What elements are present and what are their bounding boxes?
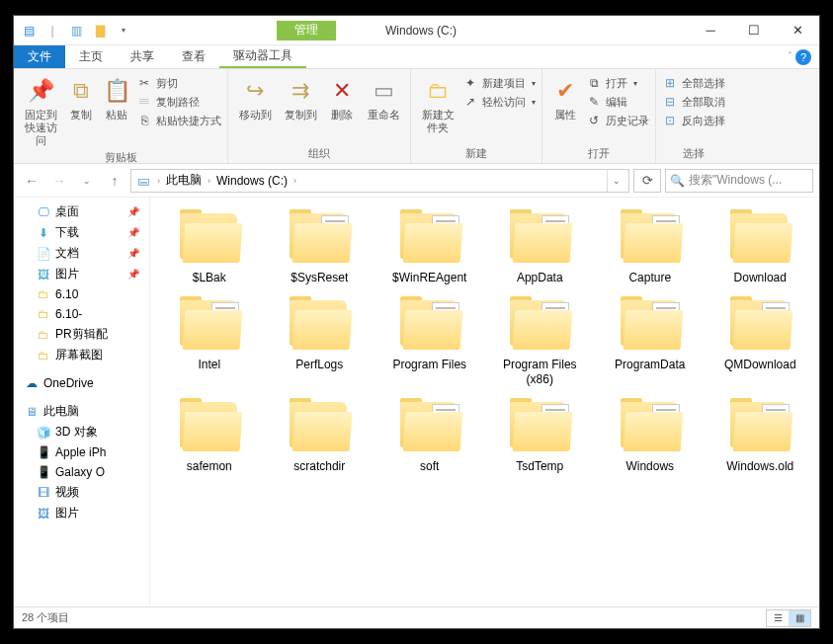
app-icon[interactable]: ▤ [18,20,40,41]
minimize-button[interactable]: ─ [689,17,732,44]
recent-dropdown[interactable]: ⌄ [75,169,99,193]
properties-button[interactable]: ✔属性 [548,73,582,121]
tab-file[interactable]: 文件 [14,45,65,68]
icons-view-button[interactable]: ▦ [789,610,810,626]
folder-item[interactable]: Program Files [375,292,485,390]
folder-icon: 🗀 [422,75,454,107]
folder-label: Download [734,271,787,284]
folder-item[interactable]: $WinREAgent [375,205,485,288]
folder-item[interactable]: Capture [595,205,706,288]
sidebar[interactable]: 🖵桌面📌⬇下载📌📄文档📌🖼图片📌🗀6.10🗀6.10-🗀PR剪辑配🗀屏幕截图☁O… [14,198,150,606]
copy-button[interactable]: ⧉ 复制 [65,73,97,121]
new-item-button[interactable]: ✦新建项目▾ [462,75,536,91]
move-to-button[interactable]: ↪移动到 [234,73,276,121]
sidebar-item[interactable]: 🗀6.10 [14,284,149,304]
invert-selection-button[interactable]: ⊡反向选择 [662,113,725,128]
sidebar-item[interactable]: 📄文档📌 [14,243,149,264]
qat-dropdown-icon[interactable]: ▾ [113,20,134,41]
folder-item[interactable]: safemon [154,394,265,477]
address-bar[interactable]: 🖴 › 此电脑 › Windows (C:) › ⌄ [130,169,629,193]
desktop-icon: 🖵 [36,204,51,220]
sidebar-item-label: 图片 [55,505,79,522]
refresh-button[interactable]: ⟳ [633,169,661,193]
select-none-button[interactable]: ⊟全部取消 [662,94,725,110]
sidebar-item[interactable]: 🎞视频 [14,482,149,503]
easy-access-button[interactable]: ↗轻松访问▾ [462,94,536,110]
folder-item[interactable]: soft [375,394,485,477]
details-view-button[interactable]: ☰ [767,610,789,626]
sidebar-item[interactable]: 📱Apple iPh [14,443,149,462]
contextual-tab[interactable]: 管理 [277,21,336,40]
rename-icon: ▭ [368,75,399,107]
sidebar-item[interactable]: 📱Galaxy O [14,462,149,482]
search-input[interactable]: 🔍 搜索"Windows (... [665,169,813,193]
cut-button[interactable]: ✂剪切 [136,75,221,91]
folder-item[interactable]: $SysReset [265,205,375,288]
sidebar-item[interactable]: 🖼图片📌 [14,264,149,284]
folder-item[interactable]: Program Files (x86) [485,292,596,390]
maximize-button[interactable]: ☐ [732,17,776,44]
forward-button[interactable]: → [47,169,71,193]
explorer-window: ▤ | ▥ ▇ ▾ 管理 Windows (C:) ─ ☐ ✕ 文件 主页 共享… [13,15,820,629]
new-folder-button[interactable]: 🗀新建文件夹 [417,73,458,134]
sidebar-item[interactable]: ⬇下载📌 [14,222,149,243]
rename-button[interactable]: ▭重命名 [363,73,404,121]
tab-share[interactable]: 共享 [117,45,168,68]
content-pane[interactable]: $LBak $SysReset $WinREAgent AppData Capt… [150,198,819,606]
chevron-right-icon[interactable]: › [204,176,214,186]
qat-properties-icon[interactable]: ▥ [65,20,87,41]
sidebar-item[interactable]: 🗀屏幕截图 [14,345,149,365]
folder-item[interactable]: Intel [154,292,265,390]
pin-quick-access-button[interactable]: 📌 固定到快速访问 [20,73,61,148]
back-button[interactable]: ← [20,169,43,193]
delete-button[interactable]: ✕删除 [325,73,359,121]
ribbon-toggle-icon[interactable]: ˇ [789,51,791,62]
sidebar-item-label: 6.10- [55,307,82,321]
up-button[interactable]: ↑ [103,169,126,193]
check-icon: ✔ [549,75,581,107]
sidebar-item-label: 图片 [55,266,79,282]
copy-to-button[interactable]: ⇉复制到 [280,73,321,121]
sidebar-item[interactable]: 🗀PR剪辑配 [14,324,149,345]
help-icon[interactable]: ? [795,49,811,65]
sidebar-this-pc[interactable]: 🖥此电脑 [14,401,149,422]
paste-button[interactable]: 📋 粘贴 [101,73,132,121]
folder-item[interactable]: QMDownload [706,292,816,390]
select-all-button[interactable]: ⊞全部选择 [662,75,725,91]
chevron-right-icon[interactable]: › [153,176,164,186]
folder-label: $LBak [193,271,226,284]
history-button[interactable]: ↺历史记录 [586,113,649,128]
breadcrumb-this-pc[interactable]: 此电脑 [166,172,202,189]
sidebar-item[interactable]: 🗀6.10- [14,304,149,324]
copy-path-button[interactable]: 𝄘复制路径 [136,94,221,110]
folder-item[interactable]: $LBak [154,205,265,288]
clipboard-group-label: 剪贴板 [20,148,221,165]
address-dropdown-icon[interactable]: ⌄ [607,170,625,192]
folder-icon [504,209,575,265]
edit-button[interactable]: ✎编辑 [586,94,649,110]
folder-item[interactable]: ProgramData [595,292,706,390]
breadcrumb-drive[interactable]: Windows (C:) [216,174,288,188]
folder-item[interactable]: scratchdir [265,394,375,477]
qat-folder-icon[interactable]: ▇ [89,20,111,41]
folder-item[interactable]: PerfLogs [265,292,375,390]
statusbar: 28 个项目 ☰ ▦ [14,606,819,628]
tab-home[interactable]: 主页 [65,45,117,68]
open-button[interactable]: ⧉打开▾ [586,75,649,91]
chevron-right-icon[interactable]: › [290,176,300,186]
tab-view[interactable]: 查看 [168,45,219,68]
folder-item[interactable]: Windows.old [706,394,816,477]
folder-item[interactable]: Windows [595,394,706,477]
tab-drive-tools[interactable]: 驱动器工具 [219,45,306,68]
folder-item[interactable]: AppData [485,205,596,288]
sidebar-item[interactable]: 🖼图片 [14,503,149,523]
sidebar-item[interactable]: 🖵桌面📌 [14,201,149,222]
sidebar-item[interactable]: 🧊3D 对象 [14,422,149,443]
sidebar-onedrive[interactable]: ☁OneDrive [14,373,149,393]
paste-shortcut-button[interactable]: ⎘粘贴快捷方式 [136,113,221,128]
ribbon-group-clipboard: 📌 固定到快速访问 ⧉ 复制 📋 粘贴 ✂剪切 𝄘复制路径 ⎘粘贴快捷方式 剪贴… [14,69,228,163]
folder-icon [724,398,795,453]
close-button[interactable]: ✕ [776,17,819,44]
folder-item[interactable]: Download [706,205,816,288]
folder-item[interactable]: TsdTemp [485,394,596,477]
